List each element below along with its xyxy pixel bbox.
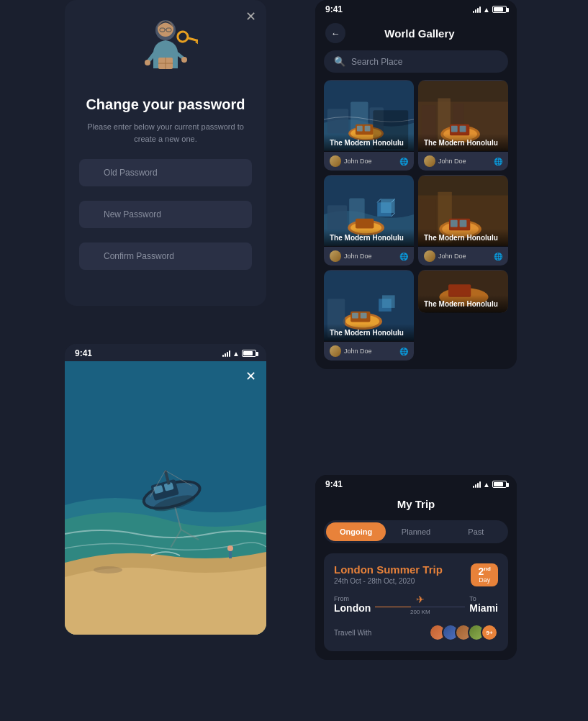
svg-rect-68 <box>451 220 458 227</box>
tab-ongoing[interactable]: Ongoing <box>326 522 386 541</box>
tab-past[interactable]: Past <box>446 522 506 541</box>
svg-point-27 <box>227 545 233 551</box>
signal-bar-4 <box>229 350 230 357</box>
card-user-2: John Doe <box>424 155 466 167</box>
tab-planned[interactable]: Planned <box>386 522 445 541</box>
card-user-4: John Doe <box>424 250 466 262</box>
trip-info: London Summer Trip 24th Oct - 28th Oct, … <box>334 563 443 585</box>
gallery-card[interactable]: The Modern Honolulu John Doe 🌐 <box>324 80 414 171</box>
gallery-wifi-icon: ▲ <box>483 6 490 14</box>
gallery-title: World Gallery <box>353 27 487 40</box>
card-image: The Modern Honolulu <box>324 80 414 152</box>
trip-from: From London <box>334 595 371 614</box>
signal-bar-1 <box>222 355 224 357</box>
gallery-grid: The Modern Honolulu John Doe 🌐 <box>315 80 517 369</box>
signal-bar-2 <box>225 353 226 357</box>
travellers-avatars: 9+ <box>429 624 498 641</box>
svg-line-8 <box>188 33 198 46</box>
globe-icon-4: 🌐 <box>494 253 502 260</box>
card-footer-4: John Doe 🌐 <box>418 247 508 266</box>
trip-tabs: Ongoing Planned Past <box>324 520 508 543</box>
trip-card-header: London Summer Trip 24th Oct - 28th Oct, … <box>334 563 498 586</box>
close-icon[interactable]: ✕ <box>245 9 256 24</box>
svg-point-7 <box>176 30 189 43</box>
old-password-wrapper: 🔒 <box>79 159 252 194</box>
route-line-bar <box>375 607 465 607</box>
gallery-signal-bars <box>473 6 481 13</box>
card-title-overlay: The Modern Honolulu <box>324 134 414 152</box>
wifi-icon: ▲ <box>232 350 240 358</box>
new-password-wrapper: 🔒 <box>79 201 252 235</box>
world-gallery-panel: 9:41 ▲ ← World Gallery 🔍 Search Place <box>315 0 517 369</box>
change-password-panel: ✕ <box>65 0 266 306</box>
svg-rect-31 <box>327 109 348 133</box>
from-label: From <box>334 595 371 602</box>
beach-status-time: 9:41 <box>75 348 92 358</box>
route-distance: 200 KM <box>410 609 430 615</box>
to-label: To <box>469 595 498 602</box>
card-username-3: John Doe <box>344 253 372 260</box>
confirm-password-wrapper: 🔒 <box>79 242 252 277</box>
gallery-card-4[interactable]: The Modern Honolulu John Doe 🌐 <box>418 175 508 266</box>
card-image-5: The Modern Honolulu <box>324 270 414 342</box>
beach-image <box>65 361 266 635</box>
trip-route: From London ✈ 200 KM To Miami <box>334 594 498 615</box>
svg-rect-51 <box>327 205 347 230</box>
new-password-input[interactable] <box>79 201 252 228</box>
card-title-1: The Modern Honolulu <box>330 138 408 148</box>
svg-point-29 <box>94 566 122 573</box>
beach-status-bar: 9:41 ▲ <box>65 344 266 361</box>
beach-photo-panel: 9:41 ▲ ✕ <box>65 344 266 635</box>
svg-rect-74 <box>352 313 358 319</box>
card-footer: John Doe 🌐 <box>324 152 414 171</box>
svg-rect-49 <box>460 126 466 132</box>
card-title-5: The Modern Honolulu <box>330 328 408 337</box>
trip-battery-icon <box>492 481 507 488</box>
gallery-battery-icon <box>492 6 507 13</box>
card-image-3: The Modern Honolulu <box>324 175 414 247</box>
travellers-label: Travell With <box>334 629 371 637</box>
globe-icon-5: 🌐 <box>399 348 408 355</box>
trip-header: My Trip <box>315 492 517 520</box>
card-title-overlay-3: The Modern Honolulu <box>324 229 414 247</box>
my-trip-panel: 9:41 ▲ My Trip Ongoing Planned Past Lond… <box>315 475 517 660</box>
back-button[interactable]: ← <box>325 23 345 43</box>
globe-icon-3: 🌐 <box>399 253 408 260</box>
gallery-header: ← World Gallery <box>315 17 517 50</box>
search-icon: 🔍 <box>334 56 345 67</box>
trip-status-bar: 9:41 ▲ <box>315 475 517 492</box>
beach-close-icon[interactable]: ✕ <box>245 368 256 384</box>
trip-name: London Summer Trip <box>334 563 443 576</box>
signal-bars <box>222 350 230 357</box>
card-title-4: The Modern Honolulu <box>424 233 502 242</box>
svg-rect-69 <box>460 220 467 227</box>
card-user-3: John Doe <box>330 250 372 262</box>
globe-icon-2: 🌐 <box>494 158 502 165</box>
trip-signal-bars <box>473 481 481 488</box>
card-title-overlay-5: The Modern Honolulu <box>324 324 414 342</box>
route-line: ✈ 200 KM <box>375 594 465 615</box>
card-title-overlay-6: The Modern Honolulu <box>418 295 508 313</box>
svg-rect-38 <box>365 126 371 132</box>
svg-rect-28 <box>229 551 232 558</box>
user-avatar-3 <box>330 250 341 262</box>
to-city: Miami <box>469 602 498 614</box>
search-bar[interactable]: 🔍 Search Place <box>324 50 508 73</box>
gallery-status-bar: 9:41 ▲ <box>315 0 517 17</box>
confirm-password-input[interactable] <box>79 242 252 270</box>
gallery-card[interactable]: The Modern Honolulu John Doe 🌐 <box>418 80 508 171</box>
battery-icon <box>242 350 256 357</box>
card-user: John Doe <box>330 155 372 167</box>
gallery-card-6[interactable]: The Modern Honolulu <box>418 270 508 313</box>
gallery-card-5[interactable]: The Modern Honolulu John Doe 🌐 <box>324 270 414 360</box>
user-avatar <box>330 155 341 167</box>
trip-dates: 24th Oct - 28th Oct, 2020 <box>334 577 443 585</box>
gallery-card-3[interactable]: The Modern Honolulu John Doe 🌐 <box>324 175 414 266</box>
card-title-3: The Modern Honolulu <box>330 233 408 242</box>
back-arrow-icon: ← <box>331 28 340 39</box>
gallery-status-icons: ▲ <box>473 6 507 14</box>
svg-rect-75 <box>361 313 367 319</box>
old-password-input[interactable] <box>79 159 252 186</box>
card-title-6: The Modern Honolulu <box>424 299 502 309</box>
card-footer-2: John Doe 🌐 <box>418 152 508 171</box>
